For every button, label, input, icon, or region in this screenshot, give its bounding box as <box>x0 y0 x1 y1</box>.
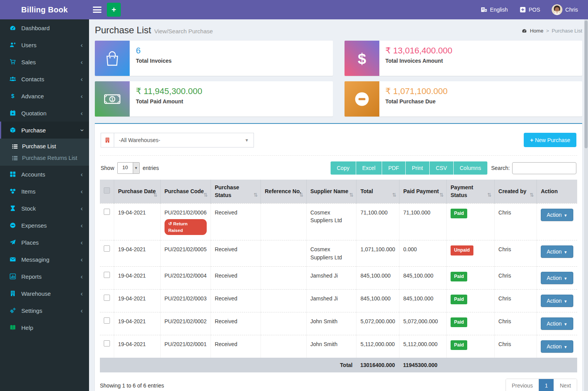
row-checkbox[interactable] <box>104 340 110 346</box>
entries-label: entries <box>143 165 159 171</box>
footer-total-value: 13016400.000 <box>357 358 399 372</box>
row-checkbox[interactable] <box>104 317 110 324</box>
row-checkbox[interactable] <box>104 245 110 252</box>
created-by-cell-text: Chris <box>499 295 511 302</box>
page-subtitle: View/Search Purchase <box>154 25 213 34</box>
new-purchase-button[interactable]: +New Purchase <box>524 133 576 147</box>
pos-button[interactable]: POS <box>519 7 540 13</box>
supplier-name-cell-text: Cosmex Suppliers Ltd <box>310 246 342 260</box>
list-icon <box>12 155 18 161</box>
app-brand[interactable]: Billing Book <box>0 0 89 19</box>
column-header-purchase-date[interactable]: Purchase Date⇅ <box>114 180 161 203</box>
paid-payment-cell: 845,100.000 <box>399 266 446 289</box>
total-cell-text: 5,112,000.000 <box>360 341 395 347</box>
sidebar-item-quotation[interactable]: Quotation‹ <box>0 105 89 122</box>
action-button[interactable]: Action▼ <box>541 272 573 284</box>
footer-empty-cell <box>447 358 495 372</box>
payment-status-cell: Paid <box>447 203 495 240</box>
svg-text:$: $ <box>358 50 366 67</box>
reference-no-cell <box>261 312 306 335</box>
sidebar-item-sales[interactable]: Sales‹ <box>0 53 89 70</box>
footer-empty-cell <box>494 358 537 372</box>
sidebar-item-contacts[interactable]: Contacts‹ <box>0 70 89 87</box>
breadcrumb-home[interactable]: Home <box>530 28 543 34</box>
user-menu[interactable]: Chris <box>552 4 578 15</box>
sidebar-item-messaging[interactable]: Messaging‹ <box>0 251 89 268</box>
created-by-cell: Chris <box>494 335 537 358</box>
action-button[interactable]: Action▼ <box>541 245 573 258</box>
sidebar-item-label: Dashboard <box>21 25 50 31</box>
sort-icon: ⇅ <box>392 192 396 199</box>
page-size-select[interactable]: 10 ▼ <box>117 162 139 174</box>
sidebar-item-users[interactable]: Users‹ <box>0 36 89 53</box>
sidebar-item-label: Quotation <box>21 110 46 117</box>
sidebar-subitem-purchase-list[interactable]: Purchase List <box>0 141 89 152</box>
user-name: Chris <box>565 7 578 13</box>
sidebar-item-advance[interactable]: $Advance‹ <box>0 87 89 105</box>
sidebar-item-label: Help <box>21 324 33 331</box>
sidebar-item-purchase[interactable]: Purchase‹ <box>0 122 89 139</box>
column-header-reference-no[interactable]: Reference No.⇅ <box>261 180 306 203</box>
export-excel-button[interactable]: Excel <box>356 161 382 175</box>
column-header-purchase-code[interactable]: Purchase Code⇅ <box>160 180 211 203</box>
column-header-total[interactable]: Total⇅ <box>357 180 399 203</box>
created-by-cell: Chris <box>494 289 537 312</box>
export-pdf-button[interactable]: PDF <box>382 161 405 175</box>
sidebar-item-expenses[interactable]: Expenses‹ <box>0 217 89 234</box>
action-button[interactable]: Action▼ <box>541 317 573 330</box>
footer-total-label: Total <box>306 358 357 372</box>
action-button-label: Action <box>547 275 562 281</box>
supplier-name-cell: John Smith <box>306 335 357 358</box>
quick-add-button[interactable]: + <box>107 3 121 17</box>
sidebar-item-help[interactable]: Help <box>0 319 89 336</box>
sidebar-item-warehouse[interactable]: Warehouse‹ <box>0 285 89 302</box>
column-header-paid-payment[interactable]: Paid Payment⇅ <box>399 180 446 203</box>
action-button[interactable]: Action▼ <box>541 340 573 353</box>
sidebar-item-accounts[interactable]: Accounts‹ <box>0 166 89 183</box>
page-size-value: 10 <box>118 163 132 173</box>
column-header-payment-status[interactable]: Payment Status⇅ <box>447 180 495 203</box>
purchase-date-cell: 19-04-2021 <box>114 203 161 240</box>
stat-value: ₹ 1,071,100.000 <box>386 86 448 96</box>
sidebar-item-settings[interactable]: Settings‹ <box>0 302 89 319</box>
payment-status-cell: Paid <box>447 335 495 358</box>
paid-payment-cell-text: 5,072,000.000 <box>403 318 438 324</box>
scrollbar[interactable] <box>584 19 588 391</box>
warehouse-select[interactable]: -All Warehouses- ▼ <box>114 133 254 147</box>
sidebar-item-items[interactable]: Items‹ <box>0 183 89 200</box>
warehouse-selected-value: -All Warehouses- <box>119 137 160 143</box>
sidebar-item-reports[interactable]: Reports‹ <box>0 268 89 285</box>
column-header-supplier-name[interactable]: Supplier Name⇅ <box>306 180 357 203</box>
export-columns-button[interactable]: Columns <box>454 161 487 175</box>
export-print-button[interactable]: Print <box>406 161 429 175</box>
sidebar-item-label: Users <box>21 42 36 48</box>
sidebar-item-stock[interactable]: Stock‹ <box>0 200 89 217</box>
sidebar-item-dashboard[interactable]: Dashboard <box>0 19 89 36</box>
previous-page-button[interactable]: Previous <box>506 379 539 391</box>
next-page-button[interactable]: Next <box>554 379 577 391</box>
purchase-date-cell-text: 19-04-2021 <box>118 341 146 347</box>
sidebar-item-places[interactable]: Places‹ <box>0 234 89 251</box>
action-button[interactable]: Action▼ <box>541 209 573 221</box>
cubes-icon <box>9 188 16 194</box>
row-checkbox[interactable] <box>104 295 110 301</box>
row-checkbox[interactable] <box>104 272 110 278</box>
export-csv-button[interactable]: CSV <box>430 161 453 175</box>
sidebar-toggle-hamburger-icon[interactable] <box>93 7 101 13</box>
row-checkbox[interactable] <box>104 209 110 215</box>
language-switcher[interactable]: A English <box>481 7 508 13</box>
gears-icon <box>9 307 16 314</box>
sidebar-subitem-purchase-returns-list[interactable]: Purchase Returns List <box>0 152 89 164</box>
column-header-created-by[interactable]: Created by⇅ <box>494 180 537 203</box>
search-input[interactable] <box>512 162 576 174</box>
page-1-button[interactable]: 1 <box>539 379 554 391</box>
footer-paid-value: 11945300.000 <box>399 358 446 372</box>
scrollbar-thumb[interactable] <box>585 21 588 148</box>
column-header-purchase-status[interactable]: Purchase Status⇅ <box>211 180 261 203</box>
total-cell: 845,100.000 <box>357 289 399 312</box>
select-all-checkbox[interactable] <box>104 187 110 194</box>
stat-label: Total Invoices Amount <box>386 58 453 64</box>
action-button[interactable]: Action▼ <box>541 295 573 307</box>
chevron-left-icon: ‹ <box>81 188 83 195</box>
export-copy-button[interactable]: Copy <box>331 161 356 175</box>
